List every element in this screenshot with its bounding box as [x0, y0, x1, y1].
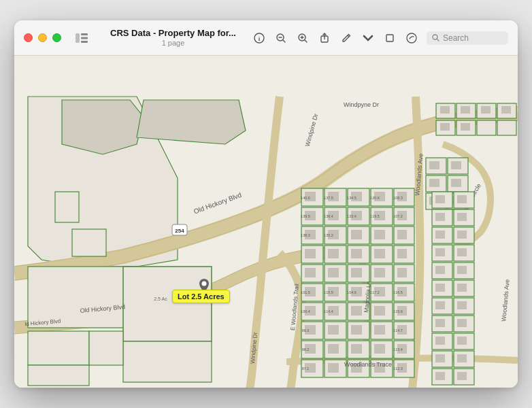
- svg-text:107.2: 107.2: [393, 214, 403, 218]
- svg-rect-34: [440, 106, 450, 114]
- zoom-in-icon[interactable]: [296, 31, 310, 45]
- svg-text:115.5: 115.5: [324, 290, 333, 294]
- svg-rect-221: [435, 195, 445, 203]
- svg-rect-126: [351, 268, 362, 277]
- svg-rect-48: [429, 179, 439, 187]
- svg-rect-240: [457, 354, 467, 362]
- svg-rect-241: [435, 372, 445, 380]
- zoom-out-icon[interactable]: [274, 31, 288, 45]
- svg-text:137.5: 137.5: [324, 196, 333, 200]
- svg-rect-106: [305, 268, 316, 277]
- svg-text:135.2: 135.2: [324, 233, 333, 237]
- svg-rect-226: [457, 231, 467, 239]
- svg-rect-239: [435, 354, 445, 362]
- svg-marker-20: [62, 100, 144, 154]
- svg-rect-237: [435, 337, 445, 345]
- svg-rect-135: [374, 249, 385, 258]
- maximize-button[interactable]: [52, 33, 61, 42]
- titlebar: CRS Data - Property Map for... 1 page i: [14, 20, 518, 56]
- window-title: CRS Data - Property Map for...: [110, 28, 236, 39]
- svg-rect-152: [28, 267, 137, 328]
- main-window: CRS Data - Property Map for... 1 page i: [14, 20, 518, 388]
- svg-text:99.3: 99.3: [302, 328, 310, 333]
- svg-rect-33: [497, 120, 516, 135]
- svg-rect-115: [328, 249, 339, 258]
- svg-rect-155: [123, 267, 212, 341]
- svg-rect-36: [481, 106, 491, 114]
- svg-rect-227: [435, 248, 445, 256]
- svg-text:Windpyne Dr: Windpyne Dr: [344, 101, 379, 108]
- sidebar-toggle-button[interactable]: [72, 31, 91, 46]
- svg-text:104.6: 104.6: [347, 290, 356, 294]
- svg-rect-38: [440, 123, 450, 131]
- svg-text:116.5: 116.5: [393, 290, 403, 294]
- svg-rect-156: [123, 341, 212, 382]
- svg-rect-32: [477, 120, 496, 135]
- svg-rect-159: [89, 331, 123, 365]
- svg-rect-225: [435, 231, 445, 239]
- crop-icon[interactable]: [383, 31, 397, 45]
- close-button[interactable]: [24, 33, 33, 42]
- svg-rect-116: [328, 268, 339, 277]
- svg-rect-144: [397, 230, 407, 239]
- svg-rect-145: [397, 249, 407, 258]
- pencil-dropdown-icon[interactable]: [361, 31, 375, 45]
- svg-text:133.4: 133.4: [347, 214, 356, 218]
- svg-point-16: [433, 35, 437, 39]
- svg-text:2.5 Ac: 2.5 Ac: [154, 296, 167, 301]
- pencil-icon[interactable]: [339, 31, 353, 45]
- search-bar[interactable]: Search: [427, 31, 508, 45]
- svg-rect-157: [28, 331, 89, 365]
- svg-rect-39: [461, 123, 470, 131]
- svg-rect-234: [457, 301, 467, 309]
- minimize-button[interactable]: [38, 33, 47, 42]
- svg-text:115.6: 115.6: [393, 309, 403, 313]
- svg-rect-222: [457, 195, 467, 203]
- svg-rect-231: [435, 284, 445, 292]
- svg-text:113.4: 113.4: [393, 347, 403, 352]
- svg-rect-230: [457, 266, 467, 274]
- svg-rect-146: [397, 268, 407, 277]
- svg-rect-232: [457, 284, 467, 292]
- svg-rect-235: [435, 319, 445, 327]
- svg-text:136.4: 136.4: [324, 214, 333, 218]
- svg-line-8: [283, 40, 285, 42]
- svg-rect-124: [351, 230, 362, 239]
- svg-rect-224: [457, 213, 467, 221]
- share-icon[interactable]: [318, 31, 331, 45]
- svg-rect-47: [451, 161, 461, 169]
- svg-rect-35: [461, 106, 470, 114]
- svg-rect-238: [457, 337, 467, 345]
- svg-text:138.3: 138.3: [301, 233, 310, 237]
- svg-line-12: [305, 40, 307, 42]
- svg-rect-236: [457, 319, 467, 327]
- svg-rect-134: [374, 230, 385, 239]
- svg-point-243: [202, 282, 207, 286]
- svg-text:112.3: 112.3: [393, 367, 403, 371]
- svg-rect-229: [435, 266, 445, 274]
- svg-text:140.6: 140.6: [301, 196, 310, 200]
- markup-icon[interactable]: [405, 31, 418, 45]
- svg-rect-233: [435, 301, 445, 309]
- svg-text:120.6: 120.6: [370, 196, 380, 200]
- svg-rect-139: [374, 325, 385, 335]
- map-container[interactable]: 254 254: [14, 56, 518, 388]
- svg-rect-121: [328, 363, 339, 373]
- svg-rect-140: [374, 344, 385, 354]
- svg-text:114.7: 114.7: [393, 328, 403, 333]
- svg-text:119.5: 119.5: [370, 214, 380, 218]
- svg-marker-21: [137, 100, 246, 144]
- search-icon: [432, 34, 439, 41]
- window-subtitle: 1 page: [162, 39, 185, 48]
- svg-rect-119: [328, 325, 339, 335]
- svg-text:139.5: 139.5: [301, 214, 310, 218]
- svg-rect-14: [386, 35, 393, 41]
- info-icon[interactable]: i: [252, 31, 266, 45]
- lot-label: Lot 2.5 Acres: [172, 290, 230, 303]
- svg-rect-3: [81, 41, 88, 43]
- svg-rect-37: [501, 106, 511, 114]
- svg-rect-125: [351, 249, 362, 258]
- titlebar-left: [72, 31, 94, 46]
- svg-point-15: [407, 33, 416, 43]
- svg-rect-2: [81, 37, 88, 39]
